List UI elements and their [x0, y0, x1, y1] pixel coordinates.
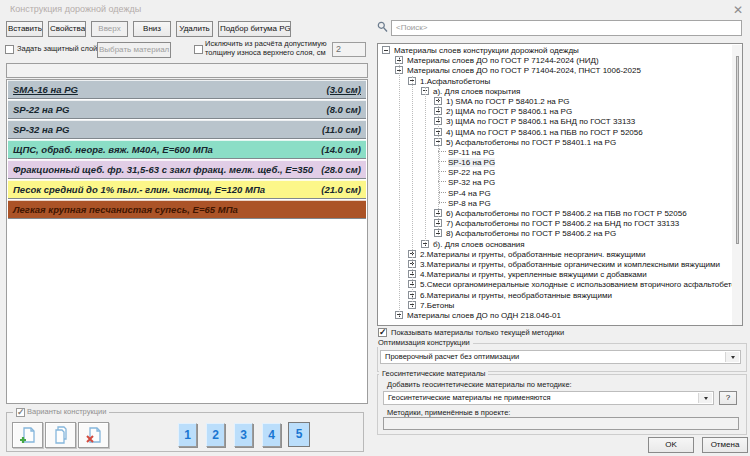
geosynthetics-group-label: Геосинтетические материалы [379, 369, 488, 378]
tree-node[interactable]: 4.Материалы и грунты, укрепленные вяжущи… [378, 270, 742, 280]
toolbar-button-2[interactable]: Свойства [48, 21, 86, 37]
layer-row-2[interactable]: SP-22 на PG(8.0 см) [8, 100, 366, 119]
layer-row-5[interactable]: Фракционный щеб. фр. 31,5-63 с закл фрак… [8, 160, 366, 179]
tree-node[interactable]: 1) SMA по ГОСТ Р 58401.2 на PG [378, 97, 742, 107]
combo-arrow-icon [698, 393, 712, 403]
copy-documents-icon [51, 425, 71, 445]
layer-name: Песок средний до 1% пыл.- глин. частиц, … [13, 184, 265, 195]
toolbar-button-3[interactable]: Вверх [91, 21, 128, 37]
tree-node[interactable]: SP-22 на PG [378, 168, 742, 178]
layer-thickness: (3.0 см) [327, 84, 361, 95]
tree-node[interactable]: 3.Материалы и грунты, обработанные орган… [378, 260, 742, 270]
ok-button[interactable]: OK [648, 437, 694, 453]
tree-node[interactable]: SP-8 на PG [378, 199, 742, 209]
layer-thickness: (8.0 см) [327, 104, 361, 115]
layer-row-4[interactable]: ЩПС, обраб. неорг. вяж. М40А, Е=600 МПа(… [8, 140, 366, 159]
tree-node[interactable]: SP-32 на PG [378, 178, 742, 188]
tree-node[interactable]: 3) ЩМА по ГОСТ Р 58406.1 на БНД по ГОСТ … [378, 117, 742, 127]
variant-button-3[interactable]: 3 [234, 423, 253, 447]
tree-node[interactable]: 6.Материалы и грунты, необработанные вяж… [378, 291, 742, 301]
geo-methods-field[interactable] [383, 417, 739, 430]
delete-document-icon [84, 425, 104, 445]
copy-variant-button[interactable] [45, 422, 76, 448]
tree-scrollbar-thumb[interactable] [736, 56, 739, 244]
tree-node[interactable]: 1.Асфальтобетоны [378, 77, 742, 87]
search-icon [377, 21, 388, 33]
layer-thickness: (11.0 см) [322, 124, 361, 135]
layer-thickness: (21.0 см) [321, 184, 361, 195]
road-construction-dialog: Конструкция дорожной одежды ✕ ВставитьСв… [0, 0, 750, 456]
tree-node[interactable]: SP-11 на PG [378, 148, 742, 158]
wear-thickness-field[interactable]: 2 [332, 42, 366, 57]
show-current-method-label: Показывать материалы только текущей мето… [391, 328, 564, 337]
collapse-icon[interactable] [382, 46, 390, 54]
toolbar-button-1[interactable]: Вставить [6, 21, 43, 37]
tree-node[interactable]: 8) Асфальтобетоны по ГОСТ Р 58406.2 на P… [378, 229, 742, 239]
tree-node[interactable]: 7) Асфальтобетоны по ГОСТ Р 58406.2 на Б… [378, 219, 742, 229]
tree-node[interactable]: Материалы слоев ДО по ГОСТ Р 71244-2024 … [378, 56, 742, 66]
variant-button-5[interactable]: 5 [288, 422, 310, 447]
geo-add-label: Добавить геосинтетические материалы по м… [387, 380, 572, 389]
layer-name: SMA-16 на PG [13, 84, 78, 95]
material-name-field[interactable] [6, 63, 368, 78]
layers-list: SMA-16 на PG(3.0 см)SP-22 на PG(8.0 см)S… [6, 79, 368, 404]
geo-method-combobox[interactable]: Геосинтетические материалы не применяютс… [383, 391, 714, 405]
add-document-icon [18, 425, 38, 445]
variant-button-2[interactable]: 2 [206, 423, 225, 447]
layer-thickness: (28.0 см) [321, 164, 361, 175]
exclude-wear-label: Исключить из расчёта допустимуютолщину и… [205, 40, 327, 57]
toolbar-button-6[interactable]: Подбор битума PG [218, 21, 291, 37]
optimization-combobox[interactable]: Проверочный расчет без оптимизации [380, 350, 741, 364]
close-icon[interactable]: ✕ [733, 3, 743, 17]
tree-node[interactable]: Материалы слоев конструкции дорожной оде… [378, 46, 742, 56]
window-title: Конструкция дорожной одежды [10, 4, 141, 14]
search-input[interactable]: <Поиск> [391, 20, 742, 36]
layer-name: ЩПС, обраб. неорг. вяж. М40А, Е=600 МПа [13, 144, 213, 155]
geo-methods-label: Методики, применённые в проекте: [387, 408, 510, 417]
layer-name: SP-32 на PG [13, 124, 69, 135]
layer-name: SP-22 на PG [13, 104, 69, 115]
tree-node[interactable]: Материалы слоев ДО по ГОСТ Р 71404-2024,… [378, 66, 742, 76]
tree-node[interactable]: Материалы слоев ДО по ОДН 218.046-01 [378, 311, 742, 321]
optimization-group-label: Оптимизация конструкции [377, 338, 473, 347]
variants-checkbox[interactable] [16, 408, 25, 417]
layer-name: Легкая крупная песчанистая супесь, Е=65 … [13, 204, 238, 215]
tree-scrollbar[interactable] [732, 45, 742, 326]
layer-row-3[interactable]: SP-32 на PG(11.0 см) [8, 120, 366, 139]
tree-node[interactable]: 5.Смеси органоминеральные холодные с исп… [378, 280, 742, 290]
tree-node[interactable]: 6) Асфальтобетоны по ГОСТ Р 58406.2 на П… [378, 209, 742, 219]
tree-node[interactable]: 2) ЩМА по ГОСТ Р 58406.1 на PG [378, 107, 742, 117]
geo-help-button[interactable]: ? [719, 391, 737, 405]
tree-node[interactable]: а). Для слоев покрытия [378, 87, 742, 97]
tree-node[interactable]: б). Для слоев основания [378, 240, 742, 250]
layer-row-7[interactable]: Легкая крупная песчанистая супесь, Е=65 … [8, 200, 366, 219]
tree-node[interactable]: SP-4 на PG [378, 189, 742, 199]
layer-row-6[interactable]: Песок средний до 1% пыл.- глин. частиц, … [8, 180, 366, 199]
cancel-button[interactable]: Отмена [702, 437, 748, 453]
variant-button-1[interactable]: 1 [178, 423, 197, 447]
protective-layer-checkbox[interactable] [5, 45, 14, 54]
show-current-method-checkbox[interactable] [378, 328, 387, 337]
layer-row-1[interactable]: SMA-16 на PG(3.0 см) [8, 80, 366, 99]
combo-arrow-icon [725, 352, 739, 362]
layer-thickness: (14.0 см) [321, 144, 361, 155]
delete-variant-button[interactable] [78, 422, 109, 448]
toolbar-button-5[interactable]: Удалить [176, 21, 213, 37]
tree-node[interactable]: 4) ЩМА по ГОСТ Р 58406.1 на ПБВ по ГОСТ … [378, 128, 742, 138]
exclude-wear-checkbox[interactable] [194, 45, 203, 54]
layer-name: Фракционный щеб. фр. 31,5-63 с закл фрак… [13, 164, 313, 175]
add-variant-button[interactable] [12, 422, 43, 448]
toolbar-button-4[interactable]: Вниз [133, 21, 171, 37]
materials-tree: Материалы слоев конструкции дорожной оде… [377, 43, 743, 326]
protective-layer-label: Задать защитный слой [17, 44, 97, 53]
variant-button-4[interactable]: 4 [262, 423, 281, 447]
variants-group-label: Варианты конструкции [13, 407, 109, 416]
choose-material-button[interactable]: Выбрать материал [97, 42, 171, 58]
tree-node[interactable]: 7.Бетоны [378, 301, 742, 311]
tree-node[interactable]: SP-16 на PG [378, 158, 742, 168]
tree-node[interactable]: 2.Материалы и грунты, обработанные неорг… [378, 250, 742, 260]
tree-node[interactable]: 5) Асфальтобетоны по ГОСТ Р 58401.1 на P… [378, 138, 742, 148]
